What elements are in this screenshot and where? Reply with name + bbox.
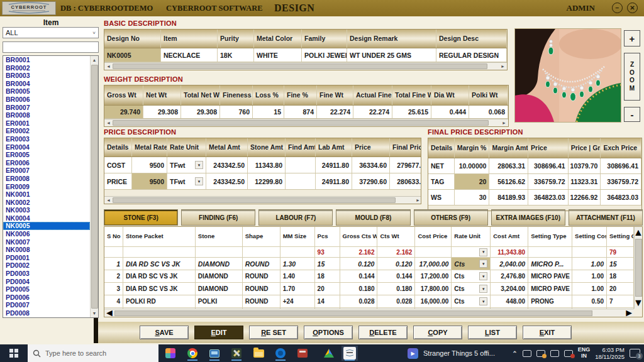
grid-cell[interactable]: 29.308 — [181, 106, 220, 118]
grid-cell[interactable]: +24 — [280, 295, 315, 307]
grid-cell[interactable]: 2,476.80 — [491, 270, 528, 282]
grid-cell[interactable]: 0.180 — [377, 283, 415, 295]
dropdown-icon[interactable]: ▼ — [479, 297, 487, 305]
grid-cell[interactable]: 0.120 — [377, 258, 415, 270]
grid-cell[interactable]: 1 — [104, 258, 123, 270]
dropdown-icon[interactable]: ▼ — [195, 161, 203, 169]
dropdown-icon[interactable]: ▼ — [195, 177, 203, 185]
list-item[interactable]: NK0008 — [3, 246, 90, 254]
weight-h-scrollbar[interactable]: ◄► — [104, 119, 508, 126]
stone-h-scrollbar[interactable]: ◄► — [104, 309, 634, 317]
list-item[interactable]: NK0007 — [3, 238, 90, 246]
rate-unit-dropdown[interactable]: Cts▼ — [452, 283, 491, 295]
list-item[interactable]: PD0006 — [3, 293, 90, 302]
grid-cell[interactable]: 9500 — [132, 157, 167, 173]
grid-cell[interactable]: 364823.03 — [528, 190, 569, 205]
item-search-input[interactable] — [3, 41, 99, 53]
grid-cell[interactable]: 243342.50 — [206, 173, 248, 189]
list-button[interactable]: LIST — [468, 326, 517, 339]
minimize-button[interactable]: − — [612, 3, 623, 13]
list-item[interactable]: PD0005 — [3, 285, 90, 293]
list-item[interactable]: ER0007 — [3, 167, 90, 175]
grid-cell[interactable]: 0.028 — [340, 295, 378, 307]
grid-cell[interactable]: 15 — [315, 258, 340, 270]
grid-cell[interactable]: ROUND — [243, 270, 280, 282]
grid-cell[interactable]: 20 — [315, 283, 340, 295]
dropdown-icon[interactable]: ▼ — [479, 248, 487, 256]
grid-cell[interactable]: 1.00 — [572, 283, 607, 295]
grid-cell[interactable]: 30 — [455, 190, 490, 205]
tray-network-icon[interactable] — [550, 350, 559, 357]
scrollbar-thumb[interactable] — [635, 239, 642, 297]
grid-cell[interactable]: REGULAR DESIGN — [436, 48, 507, 62]
grid-cell[interactable]: NECKLACE — [161, 48, 218, 62]
grid-cell[interactable]: 24911.80 — [316, 173, 352, 189]
tab-extra-images[interactable]: EXTRA IMAGES (F10) — [491, 209, 565, 226]
tray-volume-muted-icon[interactable] — [564, 350, 573, 357]
grid-cell[interactable]: 24911.80 — [316, 157, 352, 173]
grid-cell[interactable]: 10.00000 — [455, 158, 490, 173]
grid-cell[interactable]: DIA RD SC VS JK — [123, 270, 196, 282]
reset-button[interactable]: RE SET — [249, 326, 298, 339]
grid-cell[interactable]: 336759.72 — [601, 174, 641, 189]
tray-app-alert-icon[interactable] — [536, 350, 545, 357]
grid-cell[interactable]: 14 — [315, 295, 340, 307]
dropdown-icon[interactable]: ▼ — [479, 272, 487, 280]
taskbar-app-remote-desktop[interactable] — [206, 346, 223, 361]
list-item[interactable]: PD0008 — [3, 309, 90, 317]
grid-cell[interactable]: 2 — [104, 270, 123, 282]
taskbar-app-red[interactable] — [294, 346, 311, 361]
taskbar-app-chrome[interactable] — [184, 346, 201, 361]
tab-finding[interactable]: FINDING (F6) — [181, 209, 255, 226]
list-item[interactable]: BR0008 — [3, 111, 90, 119]
grid-cell[interactable]: 279677.1 — [390, 157, 421, 173]
grid-cell[interactable]: 11343.80 — [248, 157, 286, 173]
list-item[interactable]: ER0001 — [3, 119, 90, 128]
grid-cell[interactable]: 364823.03 — [601, 190, 641, 205]
grid-cell[interactable]: 22.274 — [353, 106, 392, 118]
grid-cell[interactable]: DIA RD SC VS JK — [123, 283, 196, 295]
language-indicator[interactable]: ENG IN — [578, 347, 591, 359]
grid-cell[interactable]: POLKI RD — [123, 295, 196, 307]
scroll-down-icon[interactable]: ▼ — [633, 297, 643, 309]
list-item[interactable]: NK0002 — [3, 199, 90, 207]
list-item[interactable]: BR0007 — [3, 104, 90, 112]
grid-cell[interactable]: POLKI JEWELL... — [302, 48, 347, 62]
zoom-out-button[interactable]: - — [624, 107, 640, 122]
grid-cell[interactable]: 56126.62 — [489, 174, 528, 189]
tab-attachment[interactable]: ATTACHMENT (F11) — [569, 209, 643, 226]
scroll-up-icon[interactable]: ▲ — [91, 56, 99, 64]
taskbar-app-browser[interactable] — [272, 346, 289, 361]
item-filter-select[interactable]: ALL ˅ — [3, 27, 99, 38]
grid-cell[interactable]: 1.70 — [280, 283, 315, 295]
list-item[interactable]: ER0006 — [3, 159, 90, 167]
list-item[interactable]: ER0008 — [3, 175, 90, 183]
rate-unit-dropdown[interactable]: Cts▼ — [452, 258, 491, 270]
taskbar-clock[interactable]: 6:03 PM 18/11/2025 — [595, 346, 625, 361]
grid-cell[interactable] — [286, 173, 316, 189]
grid-cell[interactable]: 15 — [607, 258, 634, 270]
zoom-in-button[interactable]: + — [624, 30, 640, 47]
tab-stone[interactable]: STONE (F3) — [104, 209, 178, 226]
grid-cell[interactable]: 4 — [104, 295, 123, 307]
grid-cell[interactable]: 25.615 — [392, 106, 431, 118]
grid-cell[interactable]: 20 — [607, 283, 634, 295]
list-item-selected[interactable]: NK0005 — [3, 222, 90, 230]
taskbar-app-file-explorer[interactable] — [250, 346, 267, 361]
grid-cell[interactable]: 874 — [284, 106, 317, 118]
tab-others[interactable]: OTHERS (F9) — [414, 209, 488, 226]
grid-cell[interactable]: 2,040.00 — [491, 258, 528, 270]
exit-button[interactable]: EXIT — [523, 326, 572, 339]
basic-h-scrollbar[interactable]: ◄► — [104, 62, 507, 70]
list-item[interactable]: ER0002 — [3, 127, 90, 135]
taskbar-app-drive[interactable] — [321, 346, 337, 361]
grid-cell[interactable]: MICRO PAVE — [528, 283, 572, 295]
list-item[interactable]: PD0007 — [3, 301, 90, 309]
grid-cell[interactable]: 760 — [220, 106, 253, 118]
taskbar-app-photos[interactable] — [162, 346, 179, 361]
grid-cell[interactable]: 37290.60 — [352, 173, 390, 189]
tab-labour[interactable]: LABOUR (F7) — [258, 209, 333, 226]
list-item[interactable]: NK0004 — [3, 214, 90, 222]
taskbar-app-tools[interactable] — [228, 346, 245, 361]
list-item[interactable]: PD0002 — [3, 261, 90, 270]
